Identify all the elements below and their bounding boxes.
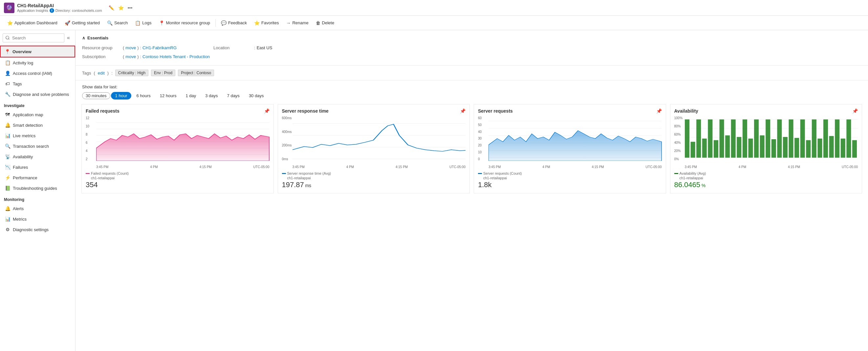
tag-pill-project: Project : Contoso: [178, 70, 214, 76]
svg-rect-35: [754, 120, 759, 158]
pin-server-response-button[interactable]: 📌: [460, 108, 466, 114]
sidebar-item-availability[interactable]: 📡 Availability: [0, 151, 75, 162]
sidebar-item-diagnose[interactable]: 🔧 Diagnose and solve problems: [0, 89, 75, 99]
failed-requests-plot: [96, 116, 270, 161]
sidebar-item-app-map[interactable]: 🗺 Application map: [0, 109, 75, 120]
svg-rect-48: [829, 136, 834, 158]
server-requests-footer: Server requests (Count) ch1-retailappai …: [478, 171, 662, 189]
svg-rect-27: [708, 120, 712, 158]
sidebar-item-performance[interactable]: ⚡ Performance: [0, 172, 75, 183]
time-buttons: 30 minutes 1 hour 6 hours 12 hours 1 day…: [82, 92, 862, 99]
smart-detection-icon: 🔔: [5, 123, 10, 128]
sidebar-item-failures[interactable]: 📉 Failures: [0, 162, 75, 172]
delete-button[interactable]: 🗑 Delete: [313, 19, 338, 28]
svg-marker-6: [96, 134, 270, 161]
app-subtitle: Application Insights i Directory: contos…: [17, 8, 102, 13]
svg-rect-37: [766, 120, 770, 158]
app-dashboard-button[interactable]: ⭐ Application Dashboard: [4, 19, 61, 28]
svg-rect-33: [742, 120, 747, 158]
logs-button[interactable]: 📋 Logs: [132, 19, 155, 28]
availability-svg: [685, 116, 858, 161]
availability-y-axis: 100%80%60%40%20%0%: [674, 116, 683, 161]
sidebar-item-transaction-search[interactable]: 🔍 Transaction search: [0, 141, 75, 151]
activity-log-icon: 📋: [5, 60, 10, 65]
subscription-link[interactable]: Contoso Hotels Tenant - Production: [143, 54, 210, 59]
move-resource-group-link[interactable]: move: [125, 45, 136, 50]
tags-label: Tags: [82, 71, 91, 75]
sidebar-item-live-metrics[interactable]: 📊 Live metrics: [0, 130, 75, 141]
live-metrics-icon: 📊: [5, 133, 10, 138]
failed-requests-footer: Failed requests (Count) ch1-retailappai …: [86, 171, 270, 189]
requests-y-axis: 6050403020100: [478, 116, 487, 161]
pin-failed-requests-button[interactable]: 📌: [264, 108, 270, 114]
svg-rect-31: [731, 120, 735, 158]
transaction-search-icon: 🔍: [5, 143, 10, 149]
resource-group-link[interactable]: CH1-FabrikamRG: [143, 45, 177, 50]
favorites-button[interactable]: ⭐ Favorites: [251, 19, 282, 28]
tags-edit-link[interactable]: edit: [98, 71, 105, 75]
toolbar: ⭐ Application Dashboard 🚀 Getting starte…: [0, 16, 868, 30]
svg-rect-36: [760, 135, 764, 158]
svg-rect-41: [788, 120, 793, 158]
availability-chart: Availability 📌 100%80%60%40%20%0%: [670, 104, 862, 193]
move-subscription-link[interactable]: move: [125, 54, 136, 59]
edit-icon-btn[interactable]: ✏️: [107, 4, 116, 12]
server-response-legend: Server response time (Avg): [282, 171, 466, 176]
time-12hours-button[interactable]: 12 hours: [156, 92, 181, 99]
sidebar-item-diagnostic-settings[interactable]: ⚙ Diagnostic settings: [0, 224, 75, 235]
star-icon-btn[interactable]: ⭐: [117, 4, 125, 12]
failed-requests-title: Failed requests: [86, 108, 120, 114]
rocket-icon: 🚀: [65, 20, 70, 26]
search-toolbar-button[interactable]: 🔍 Search: [104, 19, 131, 28]
time-1hour-button[interactable]: 1 hour: [111, 92, 132, 99]
sidebar-item-alerts[interactable]: 🔔 Alerts: [0, 203, 75, 214]
svg-rect-45: [811, 120, 816, 158]
time-7days-button[interactable]: 7 days: [223, 92, 244, 99]
availability-area: 100%80%60%40%20%0%: [674, 116, 858, 169]
server-response-plot: [292, 116, 466, 161]
sidebar-item-smart-detection[interactable]: 🔔 Smart detection: [0, 120, 75, 130]
server-requests-legend: Server requests (Count): [478, 171, 662, 176]
getting-started-button[interactable]: 🚀 Getting started: [61, 19, 103, 28]
time-30days-button[interactable]: 30 days: [245, 92, 268, 99]
server-response-area: 600ms400ms200ms0ms 3:45 PM4 PM4:15 PMUTC…: [282, 116, 466, 169]
svg-rect-30: [725, 135, 730, 158]
svg-rect-46: [817, 138, 822, 158]
resource-group-label: Resource group: [82, 45, 121, 50]
sidebar-item-activity-log[interactable]: 📋 Activity log: [0, 58, 75, 68]
sidebar-collapse-button[interactable]: «: [64, 32, 72, 43]
sidebar-search-input[interactable]: [3, 33, 64, 42]
top-bar-actions: ✏️ ⭐ •••: [107, 4, 134, 12]
more-icon-btn[interactable]: •••: [126, 4, 134, 12]
essentials-header[interactable]: ∧ Essentials: [82, 35, 862, 40]
time-6hours-button[interactable]: 6 hours: [132, 92, 155, 99]
time-1day-button[interactable]: 1 day: [181, 92, 200, 99]
svg-rect-42: [795, 138, 799, 158]
sidebar-item-tags[interactable]: 🏷 Tags: [0, 78, 75, 89]
time-30min-button[interactable]: 30 minutes: [82, 92, 110, 99]
feedback-button[interactable]: 💬 Feedback: [218, 19, 250, 28]
server-requests-area: 6050403020100: [478, 116, 662, 169]
server-response-footer: Server response time (Avg) ch1-retailapp…: [282, 171, 466, 189]
pin-server-requests-button[interactable]: 📌: [656, 108, 662, 114]
sidebar-item-access-control[interactable]: 👤 Access control (IAM): [0, 68, 75, 78]
sidebar-item-metrics[interactable]: 📊 Metrics: [0, 214, 75, 224]
requests-legend-text: Server requests (Count): [483, 171, 522, 176]
main-layout: « 📍 Overview 📋 Activity log 👤 Access con…: [0, 30, 868, 351]
failed-legend-color: [86, 173, 90, 174]
time-3days-button[interactable]: 3 days: [201, 92, 222, 99]
response-y-axis: 600ms400ms200ms0ms: [282, 116, 291, 161]
svg-rect-29: [719, 120, 724, 158]
failed-requests-value: 354: [86, 181, 270, 189]
app-title-block: CH1-RetailAppAI Application Insights i D…: [17, 3, 102, 13]
sidebar-item-troubleshooting[interactable]: 📗 Troubleshooting guides: [0, 183, 75, 193]
sidebar-item-overview[interactable]: 📍 Overview: [0, 45, 75, 58]
failures-icon: 📉: [5, 164, 10, 170]
svg-rect-32: [737, 137, 741, 158]
monitor-button[interactable]: 📍 Monitor resource group: [156, 19, 213, 28]
rename-button[interactable]: → Rename: [283, 19, 312, 28]
svg-marker-17: [489, 131, 662, 161]
pin-availability-button[interactable]: 📌: [852, 108, 858, 114]
troubleshooting-icon: 📗: [5, 186, 10, 191]
svg-rect-39: [777, 120, 782, 158]
